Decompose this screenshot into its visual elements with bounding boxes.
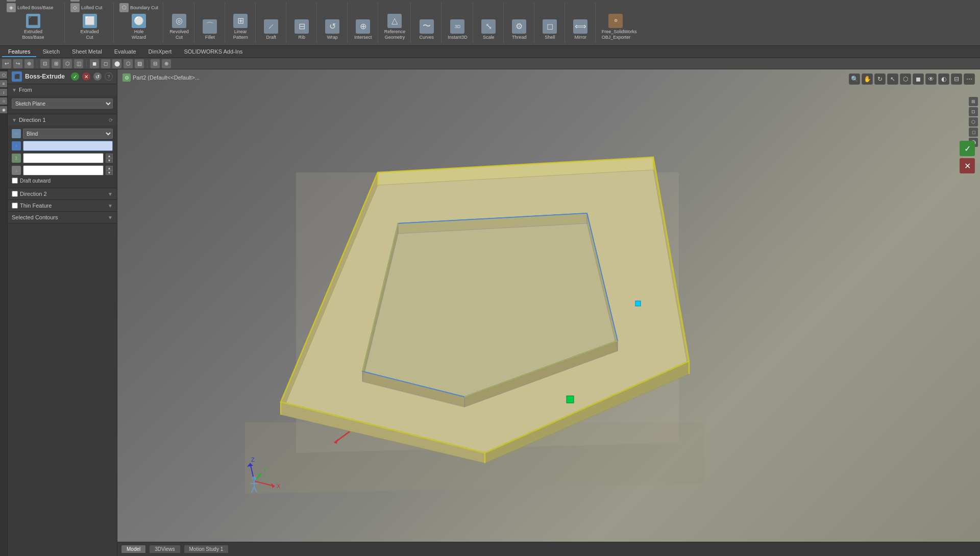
selected-contours-header[interactable]: Selected Contours ▼: [8, 212, 117, 223]
ri-btn-4[interactable]: ◻: [969, 128, 978, 137]
dir1-type-select[interactable]: Blind Through All Up to Next Up to Verte…: [23, 129, 113, 139]
panel-icon-bar: ⬡ ≡ ↕ ☆ ◉: [0, 69, 8, 556]
mirror-btn[interactable]: ⟺ Mirror: [569, 18, 592, 41]
tab-dimxpert[interactable]: DimXpert: [142, 47, 178, 57]
svg-text:Y: Y: [263, 467, 267, 473]
dir1-depth-down[interactable]: ▼: [106, 158, 113, 163]
boundary-cut-btn[interactable]: ⬠ Boundary Cut: [118, 3, 160, 13]
cancel-panel-btn[interactable]: ✕: [82, 72, 90, 81]
lofted-boss-btn[interactable]: ◈ Lofted Boss/Base: [5, 3, 61, 13]
linear-pattern-btn[interactable]: ⊞ LinearPattern: [229, 13, 252, 41]
tab-sketch[interactable]: Sketch: [36, 47, 66, 57]
dir1-depth-input[interactable]: 14.00mm: [23, 153, 104, 163]
draft-group: ⟋ Draft: [257, 3, 286, 43]
dir1-arrow: ▼: [12, 117, 17, 123]
lofted-cut-btn[interactable]: ◇ Lofted Cut: [69, 3, 110, 13]
t2-btn-4[interactable]: ⊡: [40, 59, 50, 68]
dir1-extra-down[interactable]: ▼: [106, 170, 113, 175]
from-select[interactable]: Sketch Plane: [12, 98, 113, 109]
dir1-ref-input[interactable]: [23, 141, 113, 151]
svg-text:X: X: [277, 483, 281, 489]
extrude-boss-btn[interactable]: ⬛ ExtrudedBoss/Base: [20, 13, 46, 41]
vp-select-btn[interactable]: ↖: [887, 73, 898, 85]
dir1-extra-input[interactable]: [23, 165, 104, 175]
revolved-cut-main-btn[interactable]: ◎ RevolvedCut: [167, 13, 191, 41]
panel-icon-3[interactable]: ↕: [0, 89, 7, 96]
t2-btn-9[interactable]: ◻: [101, 59, 110, 68]
vp-render-btn[interactable]: ◐: [938, 73, 949, 85]
hole-wizard-label: HoleWizard: [132, 29, 146, 40]
shell-btn[interactable]: ◻ Shell: [538, 18, 561, 41]
rib-label: Rib: [298, 35, 305, 40]
t2-btn-10[interactable]: ⬤: [112, 59, 121, 68]
vp-filter-btn[interactable]: ⬡: [900, 73, 911, 85]
ri-btn-1[interactable]: ⊞: [969, 97, 978, 106]
fillet-label: Fillet: [205, 35, 215, 40]
ri-btn-2[interactable]: ⊡: [969, 107, 978, 116]
panel-icon-4[interactable]: ☆: [0, 97, 7, 105]
vp-pan-btn[interactable]: ✋: [862, 73, 873, 85]
t2-btn-5[interactable]: ⊞: [52, 59, 61, 68]
draft-outward-checkbox[interactable]: [12, 178, 18, 184]
dir1-extra-up[interactable]: ▲: [106, 166, 113, 170]
model-tab[interactable]: Model: [121, 545, 145, 553]
plugin-btn[interactable]: ⚙ Free_SolidWorksOBJ_Exporter: [600, 13, 632, 41]
vp-view-btn[interactable]: 👁: [925, 73, 937, 85]
from-section-header[interactable]: ▼ From: [8, 84, 117, 95]
vp-display-btn[interactable]: ◼: [913, 73, 924, 85]
direction2-checkbox[interactable]: [12, 191, 18, 197]
tab-features[interactable]: Features: [2, 47, 36, 57]
t2-btn-2[interactable]: ↪: [13, 59, 22, 68]
revolved-boss-btn[interactable]: ◉ Revolved Boss/Base: [5, 0, 61, 2]
direction2-header[interactable]: Direction 2 ▼: [8, 188, 117, 199]
rib-btn[interactable]: ⊟ Rib: [290, 18, 313, 41]
3dviews-tab[interactable]: 3DViews: [150, 545, 180, 553]
from-content: Sketch Plane: [8, 95, 117, 114]
vp-zoom-btn[interactable]: 🔍: [849, 73, 860, 85]
instant3d-btn[interactable]: 3D Instant3D: [446, 18, 470, 41]
vp-section-btn[interactable]: ⊟: [951, 73, 962, 85]
panel-icon-1[interactable]: ⬡: [0, 71, 7, 79]
thread-btn[interactable]: ⚙ Thread: [508, 18, 531, 41]
wrap-btn[interactable]: ↺ Wrap: [321, 18, 344, 41]
intersect-btn[interactable]: ⊕ Intersect: [352, 18, 375, 41]
t2-btn-11[interactable]: ⬡: [124, 59, 133, 68]
tab-sheet-metal[interactable]: Sheet Metal: [66, 47, 108, 57]
motion-study-tab[interactable]: Motion Study 1: [184, 545, 229, 553]
dir1-depth-up[interactable]: ▲: [106, 154, 113, 158]
ri-btn-3[interactable]: ⬡: [969, 117, 978, 127]
intersect-icon: ⊕: [356, 19, 370, 34]
t2-btn-1[interactable]: ↩: [2, 59, 11, 68]
t2-btn-13[interactable]: ⊟: [151, 59, 160, 68]
tab-addins[interactable]: SOLIDWORKS Add-Ins: [178, 47, 249, 57]
t2-btn-7[interactable]: ◫: [74, 59, 83, 68]
t2-btn-3[interactable]: ⊕: [24, 59, 34, 68]
revolved-cut-btn[interactable]: ◎ Revolved Cut: [69, 0, 110, 2]
curves-btn[interactable]: 〜 Curves: [415, 18, 438, 41]
vp-more-btn[interactable]: ⋯: [964, 73, 975, 85]
t2-btn-6[interactable]: ⬡: [63, 59, 72, 68]
vp-rotate-btn[interactable]: ↻: [874, 73, 886, 85]
viewport-accept-btn[interactable]: ✓: [960, 141, 975, 156]
accept-panel-btn[interactable]: ✓: [71, 72, 79, 81]
t2-btn-8[interactable]: ◼: [90, 59, 99, 68]
t2-btn-14[interactable]: ⊕: [162, 59, 171, 68]
draft-btn[interactable]: ⟋ Draft: [260, 18, 283, 41]
tab-evaluate[interactable]: Evaluate: [108, 47, 142, 57]
intersect-label: Intersect: [354, 35, 372, 40]
fillet-btn[interactable]: ⌒ Fillet: [199, 18, 222, 41]
help-btn[interactable]: ?: [105, 72, 113, 81]
reset-panel-btn[interactable]: ↺: [93, 72, 102, 81]
ref-geometry-btn[interactable]: △ ReferenceGeometry: [382, 13, 408, 41]
viewport[interactable]: ⚙ Part2 (Default<<Default>... ✓ ✕ 🔍 ✋ ↻ …: [117, 69, 980, 556]
t2-btn-12[interactable]: ▨: [135, 59, 144, 68]
panel-icon-5[interactable]: ◉: [0, 106, 7, 113]
hole-wizard-btn[interactable]: ⚪ HoleWizard: [128, 13, 151, 41]
viewport-cancel-btn[interactable]: ✕: [960, 158, 975, 173]
extrude-cut-btn[interactable]: ⬜ ExtrudedCut: [78, 13, 101, 41]
panel-icon-2[interactable]: ≡: [0, 80, 7, 87]
scale-btn[interactable]: ⤡ Scale: [477, 18, 500, 41]
thin-feature-checkbox[interactable]: [12, 203, 18, 209]
thin-feature-header[interactable]: Thin Feature ▼: [8, 200, 117, 211]
direction1-header[interactable]: ▼ Direction 1 ⟳: [8, 114, 117, 125]
